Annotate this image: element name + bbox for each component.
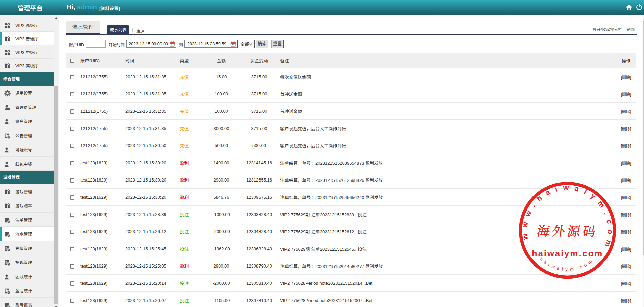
svg-text:31: 31: [171, 43, 174, 46]
svg-text:31: 31: [232, 43, 234, 46]
svg-text:haiwaiym.com: haiwaiym.com: [532, 248, 603, 258]
svg-text:www.haiwaiym.com: www.haiwaiym.com: [520, 183, 615, 253]
svg-text:海外源码: 海外源码: [536, 224, 599, 239]
svg-text:haiwaiym.com: haiwaiym.com: [539, 257, 595, 272]
